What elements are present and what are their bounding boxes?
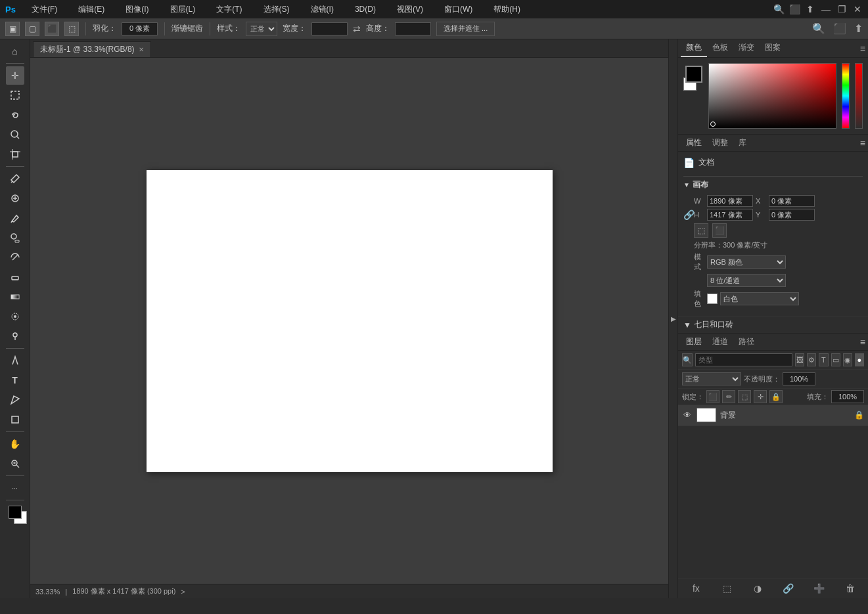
more-tools-button[interactable]: ··· bbox=[6, 479, 24, 497]
lock-move-btn[interactable]: ✛ bbox=[754, 390, 767, 403]
marquee-tool[interactable] bbox=[6, 86, 24, 104]
foreground-color-box[interactable] bbox=[685, 66, 702, 83]
tab-color[interactable]: 颜色 bbox=[681, 39, 707, 57]
share-icon[interactable]: ⬆ bbox=[805, 4, 815, 14]
hand-tool[interactable]: ✋ bbox=[6, 435, 24, 453]
shape-rect-btn[interactable]: ▣ bbox=[5, 22, 20, 36]
layers-delete-btn[interactable]: 🗑 bbox=[843, 581, 857, 596]
layers-filter-icon-adj[interactable]: ⚙ bbox=[807, 353, 816, 366]
menu-image[interactable]: 图像(I) bbox=[120, 3, 154, 16]
style-select[interactable]: 正常 bbox=[246, 22, 277, 36]
lock-paint-btn[interactable]: ✏ bbox=[722, 390, 735, 403]
canvas-tab-close[interactable]: ✕ bbox=[139, 46, 144, 53]
layers-fx-btn[interactable]: fx bbox=[689, 581, 703, 596]
tab-paths[interactable]: 路径 bbox=[733, 334, 760, 350]
color-panel-menu-icon[interactable]: ≡ bbox=[860, 43, 865, 54]
shape-single-btn[interactable]: ⬚ bbox=[64, 22, 79, 36]
layers-mask-btn[interactable]: ⬚ bbox=[720, 581, 734, 596]
layers-filter-icon-shape[interactable]: ▭ bbox=[831, 353, 840, 366]
close-button[interactable]: ✕ bbox=[852, 4, 863, 14]
layers-adj-btn[interactable]: ◑ bbox=[750, 581, 765, 596]
canvas-x-input[interactable] bbox=[769, 195, 815, 207]
opacity-input[interactable] bbox=[783, 372, 815, 385]
brush-tool[interactable] bbox=[6, 209, 24, 227]
tab-library[interactable]: 库 bbox=[733, 135, 752, 151]
menu-view[interactable]: 视图(V) bbox=[392, 3, 428, 16]
fill-opacity-input[interactable] bbox=[831, 390, 864, 403]
layers-filter-icon-left[interactable]: 🔍 bbox=[682, 353, 693, 366]
move-tool[interactable]: ✛ bbox=[6, 66, 24, 85]
dodge-tool[interactable] bbox=[6, 327, 24, 345]
layer-item-background[interactable]: 👁 背景 🔒 bbox=[678, 405, 868, 426]
canvas-resize-btn-1[interactable]: ⬚ bbox=[694, 223, 708, 238]
foreground-color-swatch[interactable] bbox=[9, 506, 22, 519]
panel-collapse-button[interactable]: ▶ bbox=[668, 39, 677, 598]
shape-rounded-btn[interactable]: ⬛ bbox=[45, 22, 59, 36]
link-icon[interactable]: 🔗 bbox=[683, 209, 695, 220]
restore-button[interactable]: ❐ bbox=[836, 4, 847, 14]
lock-all-btn[interactable]: 🔒 bbox=[769, 390, 783, 403]
blend-mode-select[interactable]: 正常 bbox=[682, 372, 741, 385]
bits-select[interactable]: 8 位/通道 bbox=[707, 274, 786, 287]
minimize-button[interactable]: — bbox=[821, 4, 831, 14]
fill-select[interactable]: 白色 bbox=[720, 292, 799, 305]
menu-filter[interactable]: 滤镜(I) bbox=[306, 3, 339, 16]
menu-window[interactable]: 窗口(W) bbox=[439, 3, 478, 16]
feather-input[interactable] bbox=[122, 22, 158, 35]
lock-art-btn[interactable]: ⬚ bbox=[738, 390, 751, 403]
clone-tool[interactable] bbox=[6, 229, 24, 247]
tab-pattern[interactable]: 图案 bbox=[760, 39, 786, 57]
workspace-top-icon[interactable]: ⬛ bbox=[833, 22, 846, 35]
layers-add-btn[interactable]: ➕ bbox=[812, 581, 827, 596]
menu-3d[interactable]: 3D(D) bbox=[350, 3, 381, 15]
lasso-tool[interactable] bbox=[6, 106, 24, 124]
home-tool[interactable]: ⌂ bbox=[6, 42, 24, 60]
status-arrow[interactable]: > bbox=[181, 588, 185, 596]
height-input[interactable] bbox=[395, 22, 431, 35]
layers-panel-menu-icon[interactable]: ≡ bbox=[860, 337, 865, 347]
canvas-section-header[interactable]: ▼ 画布 bbox=[683, 176, 863, 193]
canvas-tab[interactable]: 未标题-1 @ 33.3%(RGB/8) ✕ bbox=[33, 41, 151, 57]
tab-swatches[interactable]: 色板 bbox=[707, 39, 733, 57]
eyedropper-tool[interactable] bbox=[6, 169, 24, 188]
lock-pixel-btn[interactable]: ⬛ bbox=[706, 390, 720, 403]
color-spectrum-slider[interactable] bbox=[842, 63, 850, 129]
width-input[interactable] bbox=[311, 22, 348, 35]
tab-channels[interactable]: 通道 bbox=[707, 334, 733, 350]
layers-filter-input[interactable] bbox=[695, 353, 792, 366]
workspace-icon[interactable]: ⬛ bbox=[789, 4, 800, 14]
share-top-icon[interactable]: ⬆ bbox=[854, 22, 863, 35]
doc-label[interactable]: 📄 文档 bbox=[683, 154, 863, 171]
menu-help[interactable]: 帮助(H) bbox=[488, 3, 526, 16]
pen-tool[interactable] bbox=[6, 351, 24, 370]
color-gradient-picker[interactable] bbox=[708, 63, 836, 129]
heal-tool[interactable] bbox=[6, 189, 24, 208]
zoom-tool[interactable] bbox=[6, 454, 24, 473]
layers-filter-icon-selected[interactable]: ● bbox=[855, 353, 864, 366]
tab-gradient[interactable]: 渐变 bbox=[733, 39, 760, 57]
select-subject-button[interactable]: 选择并遮住 ... bbox=[436, 22, 495, 36]
mode-select[interactable]: RGB 颜色 bbox=[707, 255, 786, 269]
props-panel-menu-icon[interactable]: ≡ bbox=[860, 138, 865, 148]
canvas-y-input[interactable] bbox=[769, 209, 815, 221]
layers-filter-icon-smart[interactable]: ◉ bbox=[843, 353, 852, 366]
menu-file[interactable]: 文件(F) bbox=[26, 3, 62, 16]
shape-tool[interactable] bbox=[6, 410, 24, 429]
path-select-tool[interactable] bbox=[6, 391, 24, 409]
search-icon[interactable]: 🔍 bbox=[773, 4, 784, 14]
canvas-content[interactable] bbox=[30, 58, 668, 584]
menu-layer[interactable]: 图层(L) bbox=[165, 3, 201, 16]
extra-section-header[interactable]: ▼ 七日和口砖 bbox=[683, 319, 863, 330]
shape-rect-outline-btn[interactable]: ▢ bbox=[25, 22, 39, 36]
fill-color-box[interactable] bbox=[707, 294, 718, 304]
color-alpha-slider[interactable] bbox=[855, 63, 863, 129]
layers-filter-icon-img[interactable]: 🖼 bbox=[795, 353, 804, 366]
tab-adjustments[interactable]: 调整 bbox=[707, 135, 733, 151]
swap-icon[interactable]: ⇄ bbox=[353, 24, 361, 34]
eraser-tool[interactable] bbox=[6, 268, 24, 286]
layers-group-btn[interactable]: 🔗 bbox=[781, 581, 796, 596]
menu-select[interactable]: 选择(S) bbox=[258, 3, 295, 16]
search-top-icon[interactable]: 🔍 bbox=[812, 22, 825, 35]
menu-text[interactable]: 文字(T) bbox=[211, 3, 247, 16]
layers-filter-icon-text[interactable]: T bbox=[819, 353, 828, 366]
